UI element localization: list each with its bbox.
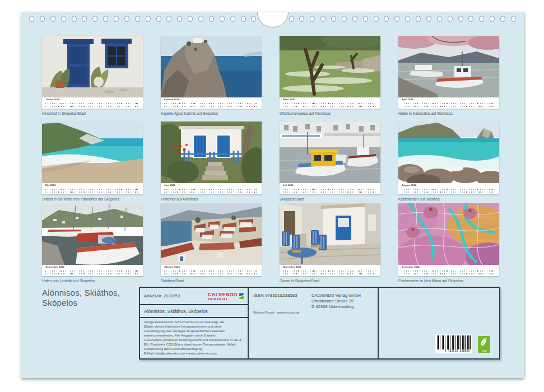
imprint-middle-column: ISBN 9783516238563 CALVENDO Verlag GmbH … (249, 288, 379, 358)
month-label: Dezember 2026 (402, 266, 496, 268)
month-label: Februar 2026 (164, 99, 258, 101)
mini-calendar-strip: Juli 2026 (280, 183, 380, 194)
punch-hole (511, 16, 516, 22)
photo-fishing-nets (398, 203, 499, 265)
month-cell-juli: Juli 2026 Skópelos/Stadt (280, 122, 380, 202)
publisher-line: Ottobrunner Straße 39 (311, 298, 361, 304)
caption: Hafen von Loutráki auf Skópelos (42, 279, 143, 283)
month-label: Oktober 2026 (164, 266, 258, 268)
punch-hole (166, 16, 171, 22)
mini-calendar-strip: Juni 2026 (161, 183, 262, 194)
calendar-title: Alónnisos, Skiáthos, Skópelos (140, 305, 248, 318)
punch-hole (188, 16, 193, 22)
photo-wildflower-meadow (280, 36, 380, 97)
punch-hole (405, 16, 410, 22)
punch-hole (468, 16, 473, 22)
calvendo-logo: CALVENDO (208, 292, 244, 300)
punch-hole (289, 16, 294, 22)
mini-calendar-strip: Mai 2026 (42, 183, 143, 194)
punch-hole (490, 16, 495, 22)
caption: Strand in der Nähe von Pánormos auf Skóp… (42, 197, 143, 202)
month-cell-mai: Mai 2026 Strand in der Nähe von Pánormos… (42, 122, 143, 202)
photo-blue-door-courtyard (42, 36, 143, 97)
mini-calendar-days (45, 188, 140, 193)
punch-hole (72, 16, 77, 22)
mini-calendar-days (402, 102, 496, 108)
month-cell-august: August 2026 Kástrofelsen auf Skiáthos (398, 122, 499, 202)
caption: Fischernetze in Neó Klíma auf Skópelos (398, 279, 499, 283)
photo-harbor-blossoms (398, 36, 499, 97)
punch-hole (458, 16, 463, 22)
punch-hole (352, 16, 357, 22)
punch-hole (426, 16, 431, 22)
imprint-right-column: 9 783516 238563 eco (379, 288, 499, 358)
month-label: April 2026 (402, 99, 496, 101)
photo-kastro-rocks (398, 122, 499, 183)
punch-hole (135, 16, 140, 22)
calvendo-wordmark: CALVENDO (208, 292, 238, 297)
article-number-row: Artikel-Nr. 2038753 CALVENDO (140, 288, 248, 305)
month-cell-februar: Februar 2026 Kapelle Ágios Ioánnis auf S… (161, 36, 262, 116)
punch-hole (114, 16, 119, 22)
thumb-juli: Juli 2026 (280, 122, 380, 194)
thumb-juni: Juni 2026 (161, 122, 262, 194)
month-cell-september: September 2026 Hafen von Loutráki auf Sk… (42, 203, 143, 283)
month-label: November 2026 (283, 266, 377, 268)
mini-calendar-days (45, 270, 140, 275)
punch-hole (437, 16, 442, 22)
punch-hole (82, 16, 87, 22)
punch-hole (320, 16, 326, 22)
thumb-august: August 2026 (398, 122, 499, 194)
month-label: März 2026 (283, 99, 377, 101)
caption: Hafen in Kalamákia auf Alónnisos (398, 111, 499, 116)
mini-calendar-strip: September 2026 (42, 265, 143, 276)
month-cell-november: November 2026 Gasse in Skópelos/Stadt (280, 203, 380, 283)
photo-skiathos-town (161, 203, 262, 265)
thumb-maerz: März 2026 (280, 36, 380, 109)
punch-hole (103, 16, 108, 22)
leaf-icon (480, 337, 489, 348)
punch-hole (384, 16, 389, 22)
punch-hole (92, 16, 97, 22)
punch-hole (230, 16, 235, 22)
thumb-februar: Februar 2026 (161, 36, 262, 109)
punch-hole (310, 16, 315, 22)
month-label: Juni 2026 (164, 184, 258, 186)
mini-calendar-strip: August 2026 (398, 183, 499, 194)
punch-hole (448, 16, 453, 22)
punch-hole (500, 16, 505, 22)
thumb-oktober: Oktober 2026 (161, 203, 262, 276)
photo-beach-panormos (42, 122, 143, 183)
thumb-september: September 2026 (42, 203, 143, 276)
caption: Skiáthos/Stadt (161, 279, 262, 283)
calendar-back-sheet: Januar 2026 Hinterhof in Skópelos/Stadt … (21, 12, 524, 378)
mini-calendar-days (283, 270, 377, 275)
mini-calendar-days (283, 188, 377, 193)
caption: Wildblumenwiese auf Alónnisos (280, 111, 380, 116)
photo-loutraki-harbor (42, 203, 143, 265)
wire-binding-holes (29, 16, 516, 22)
caption: Gasse in Skópelos/Stadt (280, 279, 380, 283)
month-label: September 2026 (45, 266, 140, 268)
mini-calendar-strip: Oktober 2026 (161, 265, 262, 276)
punch-hole (299, 16, 304, 22)
mini-calendar-days (164, 270, 258, 275)
eco-badge: eco (478, 336, 490, 353)
thumb-november: November 2026 (280, 203, 380, 276)
thumb-januar: Januar 2026 (42, 36, 143, 109)
punch-hole (220, 16, 225, 22)
punch-hole (50, 16, 55, 22)
mini-calendar-strip: Februar 2026 (161, 97, 262, 109)
mini-calendar-strip: Januar 2026 (42, 97, 143, 109)
calvendo-tagline-rule (208, 298, 227, 300)
punch-hole (198, 16, 203, 22)
mini-calendar-days (283, 102, 377, 108)
mini-calendar-days (164, 188, 258, 193)
calvendo-wordmark-block: CALVENDO (208, 292, 238, 300)
caption: Hinterhof auf Alónnisos (161, 197, 262, 202)
punch-hole (177, 16, 182, 22)
eco-label: eco (482, 349, 486, 352)
month-cell-januar: Januar 2026 Hinterhof in Skópelos/Stadt (42, 36, 143, 116)
punch-holes-right (289, 16, 517, 22)
publisher-line: D-82008 Unterhaching (311, 304, 361, 310)
